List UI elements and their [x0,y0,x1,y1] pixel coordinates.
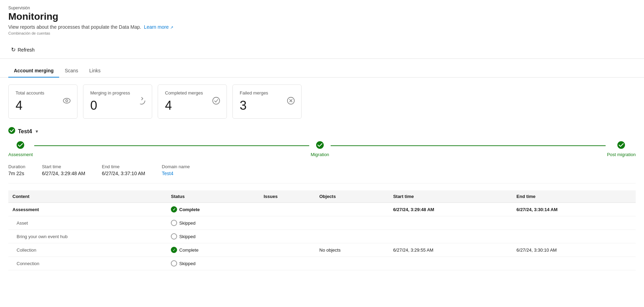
breadcrumb: Combinación de cuentas [8,31,636,35]
stat-label-completed-merges: Completed merges [165,90,220,96]
table-row: Asset Skipped [8,216,636,230]
cell-objects [315,230,389,243]
cell-issues [259,257,315,270]
cell-status: ✓ Complete [167,243,259,257]
cell-start-time [389,216,513,230]
cell-start-time [389,257,513,270]
table-header-row: Content Status Issues Objects Start time… [8,190,636,203]
step-post-migration: Post migration [607,141,636,157]
cell-status: Skipped [167,230,259,243]
step-migration-label: Migration [311,152,329,157]
stat-card-completed-merges: Completed merges 4 [158,84,227,119]
svg-point-2 [138,97,145,104]
info-col-duration: Duration 7m 22s [8,164,25,176]
account-header[interactable]: Test4 ▼ [8,127,636,136]
svg-point-9 [316,141,324,149]
svg-point-8 [17,141,24,149]
cell-issues [259,243,315,257]
cell-objects [315,203,389,216]
refresh-button[interactable]: ↻ Refresh [8,45,37,54]
cell-content: Assessment [8,203,167,216]
account-name: Test4 [18,128,32,135]
start-time-value: 6/27/24, 3:29:48 AM [42,171,85,176]
stat-label-failed-merges: Failed merges [240,90,294,96]
cell-objects: No objects [315,243,389,257]
info-row: Duration 7m 22s Start time 6/27/24, 3:29… [8,164,636,183]
cell-start-time: 6/27/24, 3:29:48 AM [389,203,513,216]
cell-status: Skipped [167,216,259,230]
table-row: Connection Skipped [8,257,636,270]
chevron-down-icon: ▼ [35,129,39,134]
cell-content: Connection [8,257,167,270]
cell-issues [259,230,315,243]
cell-end-time: 6/27/24, 3:30:14 AM [512,203,636,216]
tabs-bar: Account merging Scans Links [0,64,644,78]
x-circle-icon [286,96,296,108]
table-row: Assessment ✓ Complete 6/27/24, 3:29:48 A… [8,203,636,216]
step-assessment-label: Assessment [8,152,33,157]
progress-bar-section: Assessment Migration [8,141,636,157]
account-status-icon [8,127,15,136]
domain-name-value[interactable]: Test4 [162,171,190,176]
progress-icon [137,96,146,108]
main-content: Total accounts 4 Merging in progress 0 C… [0,78,644,283]
cell-end-time [512,230,636,243]
cell-objects [315,257,389,270]
learn-more-link[interactable]: Learn more ↗ [144,24,173,30]
cell-objects [315,216,389,230]
svg-point-7 [8,127,15,134]
duration-value: 7m 22s [8,171,25,176]
subtitle-text: View reports about the processes that po… [8,24,141,30]
stats-row: Total accounts 4 Merging in progress 0 C… [8,84,636,119]
col-status: Status [167,190,259,203]
progress-line-2 [331,145,606,146]
step-migration: Migration [311,141,329,157]
tab-scans[interactable]: Scans [59,64,84,78]
cell-status: Skipped [167,257,259,270]
step-post-migration-label: Post migration [607,152,636,157]
col-content: Content [8,190,167,203]
stat-label-merging-in-progress: Merging in progress [90,90,145,96]
table-row: Collection ✓ Complete No objects 6/27/24… [8,243,636,257]
tab-account-merging[interactable]: Account merging [8,64,59,78]
page-subtitle: View reports about the processes that po… [8,24,636,30]
svg-point-1 [66,100,68,102]
cell-end-time [512,216,636,230]
step-post-migration-icon [617,141,625,151]
start-time-label: Start time [42,164,85,169]
tab-links[interactable]: Links [84,64,106,78]
cell-status: ✓ Complete [167,203,259,216]
supervision-label: Supervisión [8,6,636,10]
cell-issues [259,216,315,230]
account-section: Test4 ▼ Assessment [8,127,636,270]
toolbar: ↻ Refresh [0,42,644,58]
eye-icon [62,96,72,108]
stat-card-failed-merges: Failed merges 3 [232,84,302,119]
end-time-label: End time [102,164,145,169]
info-col-start: Start time 6/27/24, 3:29:48 AM [42,164,85,176]
col-objects: Objects [315,190,389,203]
svg-point-10 [617,141,625,149]
stat-card-merging-in-progress: Merging in progress 0 [83,84,152,119]
col-start-time: Start time [389,190,513,203]
cell-issues [259,203,315,216]
col-end-time: End time [512,190,636,203]
page-header: Supervisión Monitoring View reports abou… [0,0,644,42]
cell-content: Asset [8,216,167,230]
svg-point-0 [63,98,70,103]
data-table: Content Status Issues Objects Start time… [8,190,636,270]
table-row: Bring your own event hub Skipped [8,230,636,243]
cell-end-time [512,257,636,270]
info-col-domain: Domain name Test4 [162,164,190,176]
cell-start-time: 6/27/24, 3:29:55 AM [389,243,513,257]
progress-line-1 [34,145,309,146]
cell-start-time [389,230,513,243]
step-assessment: Assessment [8,141,33,157]
step-migration-icon [316,141,324,151]
external-link-icon: ↗ [170,25,173,29]
stat-card-total-accounts: Total accounts 4 [8,84,77,119]
cell-content: Bring your own event hub [8,230,167,243]
stat-label-total-accounts: Total accounts [16,90,70,96]
info-col-end: End time 6/27/24, 3:37:10 AM [102,164,145,176]
duration-label: Duration [8,164,25,169]
